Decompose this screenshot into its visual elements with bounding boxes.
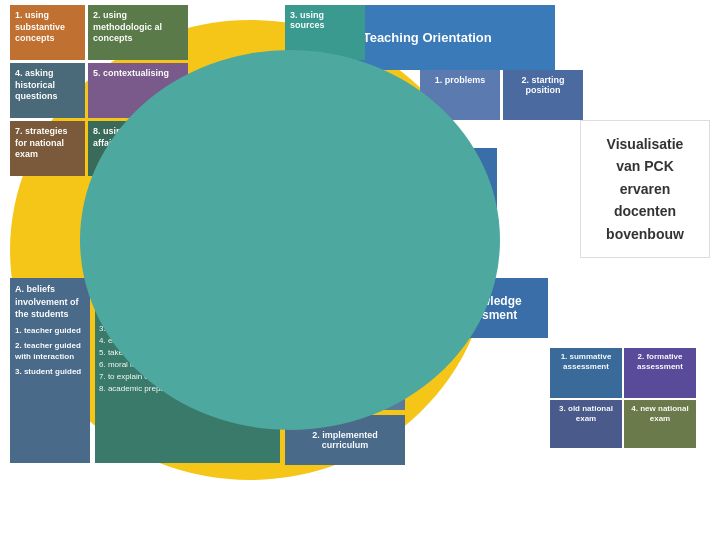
summative-assessment-box: 1. summative assessment: [550, 348, 622, 398]
box-strategies-national: 7. strategies for national exam: [10, 121, 85, 176]
box-asking-historical: 4. asking historical questions: [10, 63, 85, 118]
beliefs-item-3: 3. student guided: [15, 366, 85, 377]
new-national-exam-box: 4. new national exam: [624, 400, 696, 448]
beliefs-box: A. beliefs involvement of the students 1…: [10, 278, 90, 463]
box-using-substantive: 1. using substantive concepts: [10, 5, 85, 60]
beliefs-item-1: 1. teacher guided: [15, 325, 85, 336]
formative-assessment-box: 2. formative assessment: [624, 348, 696, 398]
teal-ellipse-bg: [80, 50, 500, 430]
starting-position-box: 2. starting position: [503, 70, 583, 120]
beliefs-item-2: 2. teacher guided with interaction: [15, 340, 85, 362]
teaching-orientation-label: 5. Teaching Orientation: [348, 30, 492, 45]
box-using-methodologic: 2. using methodologic al concepts: [88, 5, 188, 60]
visualisatie-box: Visualisatie van PCK ervaren docenten bo…: [580, 120, 710, 258]
old-national-exam-box: 3. old national exam: [550, 400, 622, 448]
main-container: 5. Teaching Orientation 1. using substan…: [0, 0, 720, 540]
